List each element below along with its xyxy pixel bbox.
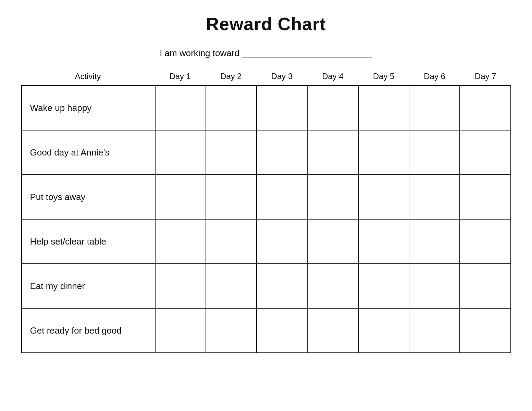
row2-day7-cell[interactable] xyxy=(460,175,510,219)
row5-day2-cell[interactable] xyxy=(206,308,257,353)
column-headers: Activity Day 1 Day 2 Day 3 Day 4 Day 5 D… xyxy=(21,69,511,85)
row4-day3-cell[interactable] xyxy=(257,264,307,308)
row5-day3-cell[interactable] xyxy=(257,308,307,353)
day3-header: Day 3 xyxy=(257,69,308,85)
working-toward-row: I am working toward xyxy=(160,48,372,59)
row5-day7-cell[interactable] xyxy=(460,308,510,353)
row4-day5-cell[interactable] xyxy=(358,264,409,308)
row2-day5-cell[interactable] xyxy=(358,175,409,219)
row4-day7-cell[interactable] xyxy=(460,264,510,308)
chart-container: Activity Day 1 Day 2 Day 3 Day 4 Day 5 D… xyxy=(21,69,511,353)
row3-day4-cell[interactable] xyxy=(307,219,358,264)
table-row: Get ready for bed good xyxy=(22,308,511,353)
row3-day7-cell[interactable] xyxy=(460,219,510,264)
activity-column-header: Activity xyxy=(21,69,155,85)
day2-header: Day 2 xyxy=(206,69,257,85)
day1-header: Day 1 xyxy=(155,69,206,85)
day7-header: Day 7 xyxy=(460,69,511,85)
working-toward-label: I am working toward xyxy=(160,48,239,59)
row4-day4-cell[interactable] xyxy=(307,264,358,308)
table-row: Wake up happy xyxy=(22,86,511,130)
row0-day6-cell[interactable] xyxy=(409,86,460,130)
row1-day4-cell[interactable] xyxy=(307,130,358,175)
activity-cell-4: Eat my dinner xyxy=(22,264,155,308)
row0-day4-cell[interactable] xyxy=(307,86,358,130)
row3-day2-cell[interactable] xyxy=(206,219,257,264)
row1-day2-cell[interactable] xyxy=(206,130,257,175)
activity-cell-1: Good day at Annie's xyxy=(22,130,155,175)
row0-day7-cell[interactable] xyxy=(460,86,510,130)
row0-day2-cell[interactable] xyxy=(206,86,257,130)
row1-day6-cell[interactable] xyxy=(409,130,460,175)
row3-day6-cell[interactable] xyxy=(409,219,460,264)
row5-day4-cell[interactable] xyxy=(307,308,358,353)
row1-day3-cell[interactable] xyxy=(257,130,307,175)
row2-day4-cell[interactable] xyxy=(307,175,358,219)
activity-cell-5: Get ready for bed good xyxy=(22,308,155,353)
row1-day5-cell[interactable] xyxy=(358,130,409,175)
reward-chart-table: Wake up happyGood day at Annie'sPut toys… xyxy=(21,85,511,353)
page-title: Reward Chart xyxy=(206,14,326,34)
row5-day5-cell[interactable] xyxy=(358,308,409,353)
row0-day3-cell[interactable] xyxy=(257,86,307,130)
row3-day1-cell[interactable] xyxy=(155,219,206,264)
row3-day3-cell[interactable] xyxy=(257,219,307,264)
row0-day1-cell[interactable] xyxy=(155,86,206,130)
row4-day2-cell[interactable] xyxy=(206,264,257,308)
activity-cell-3: Help set/clear table xyxy=(22,219,155,264)
row4-day1-cell[interactable] xyxy=(155,264,206,308)
table-row: Eat my dinner xyxy=(22,264,511,308)
day5-header: Day 5 xyxy=(358,69,409,85)
row2-day3-cell[interactable] xyxy=(257,175,307,219)
row1-day7-cell[interactable] xyxy=(460,130,510,175)
day4-header: Day 4 xyxy=(307,69,358,85)
row3-day5-cell[interactable] xyxy=(358,219,409,264)
table-row: Good day at Annie's xyxy=(22,130,511,175)
day6-header: Day 6 xyxy=(409,69,460,85)
table-row: Put toys away xyxy=(22,175,511,219)
working-toward-line xyxy=(242,49,372,58)
activity-cell-2: Put toys away xyxy=(22,175,155,219)
activity-cell-0: Wake up happy xyxy=(22,86,155,130)
row2-day1-cell[interactable] xyxy=(155,175,206,219)
row1-day1-cell[interactable] xyxy=(155,130,206,175)
row5-day6-cell[interactable] xyxy=(409,308,460,353)
table-row: Help set/clear table xyxy=(22,219,511,264)
row5-day1-cell[interactable] xyxy=(155,308,206,353)
row0-day5-cell[interactable] xyxy=(358,86,409,130)
row2-day6-cell[interactable] xyxy=(409,175,460,219)
row2-day2-cell[interactable] xyxy=(206,175,257,219)
row4-day6-cell[interactable] xyxy=(409,264,460,308)
